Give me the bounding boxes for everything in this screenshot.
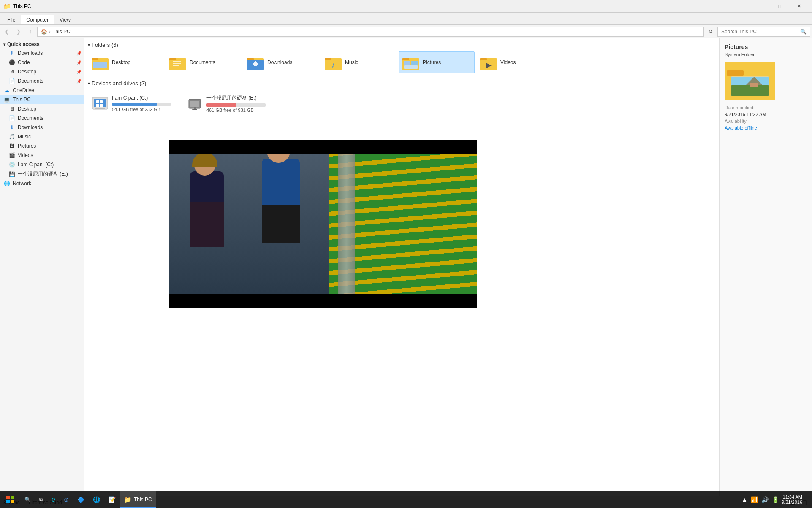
svg-rect-35 <box>100 104 103 107</box>
folder-downloads[interactable]: Downloads <box>243 51 319 73</box>
svg-rect-49 <box>6 496 10 499</box>
preview-subtitle: System Folder <box>725 52 807 57</box>
folder-downloads-label: Downloads <box>267 59 292 65</box>
preview-availability-value: Available offline <box>725 125 757 130</box>
title-bar-title: This PC <box>13 3 31 9</box>
svg-rect-33 <box>100 100 103 103</box>
chevron-icon: ▾ <box>3 42 5 47</box>
title-bar-controls: — □ ✕ <box>750 0 809 13</box>
sidebar-item-label: Documents <box>18 78 43 84</box>
start-button[interactable] <box>0 491 20 508</box>
sidebar-item-onedrive[interactable]: ☁ OneDrive <box>0 86 84 95</box>
sidebar-item-downloads-quick[interactable]: ⬇ Downloads 📌 <box>0 49 84 58</box>
tab-view[interactable]: View <box>54 15 76 24</box>
search-box[interactable]: 🔍 <box>717 27 810 37</box>
up-button[interactable]: ↑ <box>25 27 35 37</box>
devices-section-header[interactable]: ▾ Devices and drives (2) <box>88 80 716 86</box>
device-c-name: I am C pan. (C:) <box>112 95 177 101</box>
search-taskbar-icon: 🔍 <box>24 497 31 503</box>
sidebar-item-documents-pc[interactable]: 📄 Documents <box>0 113 84 123</box>
sidebar-item-documents-quick[interactable]: 📄 Documents 📌 <box>0 76 84 86</box>
sidebar-item-label: Documents <box>18 115 43 121</box>
taskbar-ie[interactable]: ⊕ <box>60 491 73 508</box>
folder-videos[interactable]: ▶ Videos <box>476 51 552 73</box>
code-folder-icon: ⚫ <box>8 59 15 66</box>
taskbar-powershell[interactable]: 🔷 <box>73 491 89 508</box>
sidebar-item-videos-pc[interactable]: 🎬 Videos <box>0 151 84 160</box>
address-bar: ❮ ❯ ↑ 🏠 › This PC ↺ 🔍 <box>0 25 812 38</box>
preview-meta: Date modified: 9/21/2016 11:22 AM Availa… <box>725 105 807 130</box>
search-input[interactable] <box>721 29 798 35</box>
downloads-icon: ⬇ <box>8 50 15 57</box>
folder-music-label: Music <box>345 59 358 65</box>
folders-grid: Desktop Documents <box>88 51 716 73</box>
taskbar-clock[interactable]: 11:34 AM 9/21/2016 <box>782 494 802 505</box>
sidebar-item-network[interactable]: 🌐 Network <box>0 179 84 188</box>
taskbar-taskview[interactable]: ⧉ <box>35 491 47 508</box>
taskbar-time: 11:34 AM <box>782 494 802 500</box>
thispc-icon: 💻 <box>3 96 10 103</box>
sidebar-section-quick-access[interactable]: ▾ Quick access <box>0 40 84 49</box>
drive-e-device-icon <box>186 95 203 112</box>
svg-rect-7 <box>173 61 181 62</box>
taskbar-explorer[interactable]: 📁 This PC <box>120 491 156 508</box>
sidebar-item-music-pc[interactable]: 🎵 Music <box>0 132 84 141</box>
back-button[interactable]: ❮ <box>2 27 12 37</box>
folder-documents[interactable]: Documents <box>166 51 242 73</box>
sidebar-item-desktop-quick[interactable]: 🖥 Desktop 📌 <box>0 67 84 76</box>
tray-expand-icon[interactable]: ▲ <box>741 496 748 503</box>
folder-desktop-label: Desktop <box>112 59 130 65</box>
svg-text:▶: ▶ <box>486 61 492 69</box>
folders-section-label: Folders (6) <box>92 42 118 48</box>
refresh-button[interactable]: ↺ <box>706 27 716 37</box>
folders-section-header[interactable]: ▾ Folders (6) <box>88 42 716 48</box>
explorer-label: This PC <box>134 497 152 503</box>
folders-chevron-icon: ▾ <box>88 43 90 47</box>
content-area: ▾ Folders (6) Desktop <box>84 38 719 496</box>
forward-button[interactable]: ❯ <box>14 27 24 37</box>
taskbar-search[interactable]: 🔍 <box>20 491 35 508</box>
taskbar-chrome[interactable]: 🌐 <box>89 491 104 508</box>
folder-music[interactable]: ♪ Music <box>321 51 397 73</box>
tray-speaker-icon[interactable]: 🔊 <box>760 496 769 503</box>
svg-rect-38 <box>190 101 199 107</box>
sidebar-item-thispc[interactable]: 💻 This PC <box>0 95 84 104</box>
sidebar-item-code[interactable]: ⚫ Code 📌 <box>0 58 84 67</box>
device-e-name: 一个没屁用的硬盘 (E:) <box>206 95 272 102</box>
tab-computer[interactable]: Computer <box>21 15 54 24</box>
desktop-icon: 🖥 <box>8 68 15 75</box>
address-path[interactable]: 🏠 › This PC <box>37 27 704 37</box>
sidebar-item-downloads-pc[interactable]: ⬇ Downloads <box>0 123 84 132</box>
close-button[interactable]: ✕ <box>789 0 809 13</box>
address-breadcrumb-thispc[interactable]: This PC <box>52 29 71 35</box>
folder-desktop[interactable]: Desktop <box>88 51 164 73</box>
pictures-icon: 🖼 <box>8 143 15 149</box>
sidebar-item-pictures-pc[interactable]: 🖼 Pictures <box>0 141 84 151</box>
tab-file[interactable]: File <box>2 15 21 24</box>
sidebar-item-desktop-pc[interactable]: 🖥 Desktop <box>0 104 84 113</box>
folder-videos-icon: ▶ <box>480 54 497 71</box>
documents-folder-icon: 📄 <box>8 115 15 122</box>
tray-battery-icon[interactable]: 🔋 <box>771 496 780 503</box>
main-layout: ▾ Quick access ⬇ Downloads 📌 ⚫ Code 📌 🖥 … <box>0 38 812 496</box>
minimize-button[interactable]: — <box>750 0 770 13</box>
svg-rect-25 <box>404 65 418 69</box>
folder-pictures[interactable]: Pictures <box>399 51 475 73</box>
taskbar-edge[interactable]: e <box>47 491 60 508</box>
folder-videos-label: Videos <box>500 59 516 65</box>
tray-network-icon[interactable]: 📶 <box>750 496 759 503</box>
sidebar-item-drive-e[interactable]: 💾 一个没屁用的硬盘 (E:) <box>0 169 84 179</box>
taskbar-notepad[interactable]: 📝 <box>104 491 120 508</box>
sidebar-item-drive-c[interactable]: 💿 I am C pan. (C:) <box>0 160 84 169</box>
address-breadcrumb-home[interactable]: 🏠 <box>41 29 47 35</box>
downloads-folder-icon: ⬇ <box>8 124 15 131</box>
svg-rect-32 <box>96 100 99 103</box>
drive-c-bar-bg <box>112 103 171 106</box>
device-drive-c[interactable]: I am C pan. (C:) 54.1 GB free of 232 GB <box>88 90 181 117</box>
maximize-button[interactable]: □ <box>770 0 789 13</box>
title-bar: 📁 This PC — □ ✕ <box>0 0 812 13</box>
svg-text:♪: ♪ <box>331 61 335 69</box>
preview-thumbnail <box>725 62 775 100</box>
device-drive-e[interactable]: 一个没屁用的硬盘 (E:) 461 GB free of 931 GB <box>182 90 275 117</box>
sidebar-item-label: Videos <box>18 152 33 158</box>
